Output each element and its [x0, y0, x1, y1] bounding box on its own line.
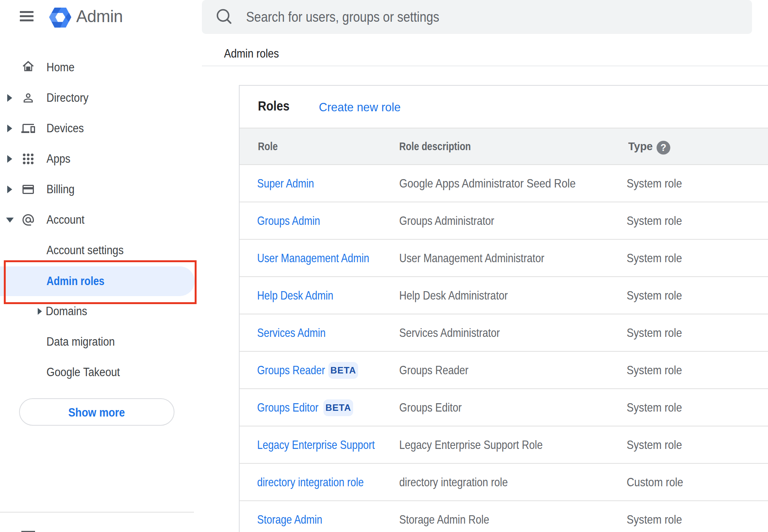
- svg-text:?: ?: [661, 142, 666, 153]
